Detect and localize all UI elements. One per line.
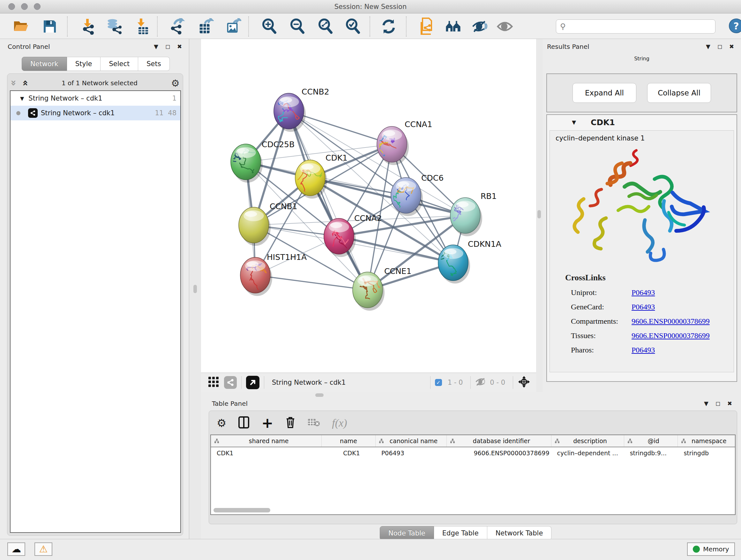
import-table-icon[interactable]	[134, 18, 151, 35]
network-view-toolbar: String Network – cdk1 ✓ 1 - 0 0 - 0	[201, 373, 536, 392]
table-columns-icon[interactable]	[239, 416, 249, 430]
panel-close-icon[interactable]: ✖	[729, 44, 734, 50]
application-window: Session: New Session	[0, 0, 741, 560]
expand-all-icon[interactable]: »	[20, 80, 30, 86]
network-tree-root-row[interactable]: ▼ String Network – cdk1 1	[10, 91, 180, 106]
table-panel: Table Panel ▼ ◻ ✖ ⚙ + f(x)	[201, 398, 741, 539]
function-builder-icon[interactable]: f(x)	[332, 417, 347, 429]
refresh-icon[interactable]	[381, 18, 397, 35]
table-tabs: Node Table Edge Table Network Table	[380, 526, 551, 540]
column-header[interactable]: description	[551, 435, 624, 447]
crosslink-tissues-link[interactable]: 9606.ENSP00000378699	[631, 331, 710, 340]
network-share-icon[interactable]	[224, 376, 237, 389]
crosslink-pharos-link[interactable]: P06493	[631, 346, 655, 354]
crosslink-compartments-link[interactable]: 9606.ENSP00000378699	[631, 317, 710, 326]
tree-expander-icon[interactable]: ▼	[20, 96, 24, 102]
panel-menu-icon[interactable]: ▼	[706, 44, 711, 50]
zoom-selected-icon[interactable]	[345, 18, 361, 35]
collapse-all-icon[interactable]: »	[9, 80, 18, 86]
panel-float-icon[interactable]: ◻	[165, 44, 170, 50]
help-icon[interactable]: ?	[729, 18, 741, 33]
import-network-icon[interactable]	[79, 18, 96, 35]
column-header[interactable]: database identifier	[447, 435, 551, 447]
panel-float-icon[interactable]: ◻	[716, 401, 720, 407]
search-input[interactable]	[568, 23, 711, 30]
column-header[interactable]: @id	[624, 435, 678, 447]
network-node-ccna2: CCNA2	[324, 213, 382, 257]
splitter-left-handle[interactable]	[193, 285, 197, 293]
clone-network-icon[interactable]	[419, 18, 435, 35]
column-header[interactable]: shared name	[211, 435, 322, 447]
crosslink-uniprot-link[interactable]: P06493	[631, 288, 655, 297]
crosslink-genecard-link[interactable]: P06493	[631, 303, 655, 311]
network-list-box: » » 1 of 1 Network selected ⚙ ▼ String N…	[7, 73, 183, 536]
cloud-status-button[interactable]: ☁	[7, 543, 25, 556]
column-header[interactable]: namespace	[678, 435, 735, 447]
grid-view-icon[interactable]	[208, 376, 219, 388]
crosslink-label: GeneCard:	[571, 303, 631, 311]
network-node-ccna1: CCNA1	[377, 120, 432, 165]
gear-icon[interactable]: ⚙	[171, 78, 180, 89]
column-header[interactable]: name	[322, 435, 376, 447]
svg-text:RB1: RB1	[481, 192, 496, 201]
network-tree-child-row[interactable]: String Network – cdk1 11 48	[10, 106, 180, 120]
results-actions-box: Expand All Collapse All	[546, 73, 737, 112]
zoom-in-icon[interactable]	[261, 18, 278, 35]
import-database-icon[interactable]	[105, 18, 122, 35]
tab-edge-table[interactable]: Edge Table	[434, 526, 487, 540]
hide-selected-icon[interactable]	[472, 18, 488, 35]
export-table-icon[interactable]	[197, 18, 214, 35]
warnings-button[interactable]: ⚠	[35, 543, 52, 556]
table-horizontal-scrollbar[interactable]	[213, 508, 270, 512]
tab-string[interactable]: String	[634, 56, 650, 69]
network-node-cdkn1a: CDKN1A	[438, 240, 501, 284]
table-box: ⚙ + f(x) shared name name canonical name	[209, 411, 737, 524]
memory-button[interactable]: Memory	[687, 543, 735, 556]
protein-structure-image	[571, 145, 718, 272]
panel-float-icon[interactable]: ◻	[718, 44, 722, 50]
export-image-icon[interactable]	[225, 18, 241, 35]
network-canvas[interactable]: CCNB2CCNA1CDC25BCDK1CDC6RB1CCNB1CCNA2CDK…	[201, 39, 536, 373]
delete-column-icon[interactable]	[285, 416, 295, 430]
zoom-fit-icon[interactable]	[317, 18, 334, 35]
main-toolbar: ⚲ ?	[0, 14, 741, 39]
panel-menu-icon[interactable]: ▼	[154, 44, 158, 50]
pan-mode-icon[interactable]	[518, 375, 530, 389]
tab-style[interactable]: Style	[67, 57, 101, 71]
network-collection-label: String Network – cdk1	[28, 95, 102, 102]
tab-sets[interactable]: Sets	[138, 57, 170, 71]
network-type-icon	[28, 108, 38, 118]
zoom-out-icon[interactable]	[289, 18, 306, 35]
selected-checkbox-icon[interactable]: ✓	[435, 379, 442, 386]
tab-network[interactable]: Network	[22, 57, 67, 71]
tab-network-table[interactable]: Network Table	[487, 526, 552, 540]
delete-table-icon[interactable]	[308, 418, 320, 428]
tab-select[interactable]: Select	[100, 57, 138, 71]
network-node-cdc25b: CDC25B	[230, 140, 295, 183]
selected-counts: 1 - 0	[448, 379, 463, 386]
panel-close-icon[interactable]: ✖	[177, 44, 182, 50]
tab-node-table[interactable]: Node Table	[380, 526, 434, 540]
status-bar: ☁ ⚠ Memory	[0, 539, 741, 560]
birds-eye-view-icon[interactable]	[246, 376, 259, 389]
export-network-icon[interactable]	[169, 18, 185, 35]
panel-menu-icon[interactable]: ▼	[704, 401, 709, 407]
save-session-icon[interactable]	[42, 18, 58, 35]
show-all-icon[interactable]	[496, 18, 513, 35]
column-header[interactable]: canonical name	[376, 435, 447, 447]
network-node-hist1h1a: HIST1H1A	[240, 253, 307, 296]
open-session-icon[interactable]	[13, 18, 29, 35]
svg-text:CCNA1: CCNA1	[405, 120, 432, 129]
section-collapse-icon[interactable]: ▼	[572, 119, 576, 125]
search-box[interactable]: ⚲	[556, 19, 716, 34]
splitter-bottom-handle[interactable]	[315, 393, 324, 397]
first-neighbors-icon[interactable]	[445, 18, 461, 35]
gene-name: CDK1	[591, 118, 615, 127]
table-gear-icon[interactable]: ⚙	[217, 417, 226, 429]
panel-close-icon[interactable]: ✖	[727, 401, 732, 407]
splitter-right-handle[interactable]	[537, 210, 541, 219]
network-canvas-svg: CCNB2CCNA1CDC25BCDK1CDC6RB1CCNB1CCNA2CDK…	[201, 39, 536, 373]
collapse-all-button[interactable]: Collapse All	[647, 83, 711, 103]
expand-all-button[interactable]: Expand All	[572, 83, 636, 103]
table-row[interactable]: CDK1 CDK1 P06493 9606.ENSP00000378699 cy…	[211, 447, 735, 459]
